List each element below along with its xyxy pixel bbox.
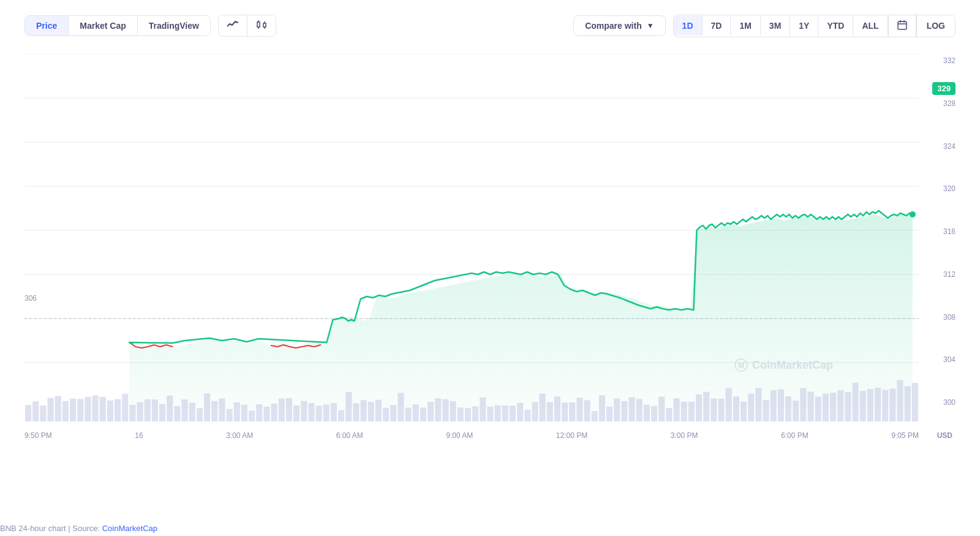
svg-rect-120 — [748, 394, 754, 421]
period-7d[interactable]: 7D — [703, 16, 731, 36]
svg-rect-23 — [25, 405, 31, 421]
svg-rect-101 — [606, 407, 612, 421]
tab-trading-view[interactable]: TradingView — [138, 16, 210, 36]
svg-rect-52 — [241, 404, 247, 421]
svg-rect-135 — [860, 391, 866, 421]
svg-rect-44 — [182, 399, 188, 421]
svg-rect-30 — [77, 399, 83, 421]
svg-rect-110 — [674, 398, 680, 421]
svg-rect-38 — [137, 402, 143, 421]
x-label-9pm2: 9:05 PM — [891, 431, 919, 440]
svg-rect-74 — [405, 407, 412, 421]
log-button[interactable]: LOG — [917, 16, 955, 36]
main-container: Price Market Cap TradingView — [0, 0, 980, 536]
svg-rect-26 — [48, 398, 54, 421]
period-ytd[interactable]: YTD — [818, 16, 853, 36]
svg-rect-139 — [889, 388, 895, 421]
svg-rect-40 — [152, 399, 158, 421]
svg-rect-60 — [301, 401, 307, 421]
x-label-12pm: 12:00 PM — [556, 431, 587, 440]
svg-rect-72 — [390, 405, 396, 421]
toolbar: Price Market Cap TradingView — [24, 12, 956, 39]
svg-rect-45 — [189, 402, 195, 421]
svg-rect-25 — [40, 406, 46, 421]
svg-rect-0 — [257, 22, 260, 27]
line-chart-icon[interactable] — [219, 15, 247, 36]
svg-rect-103 — [621, 401, 627, 421]
svg-rect-73 — [398, 393, 404, 421]
period-1d[interactable]: 1D — [674, 16, 703, 36]
svg-rect-104 — [629, 398, 635, 421]
svg-rect-132 — [837, 390, 843, 421]
period-3m[interactable]: 3M — [761, 16, 790, 36]
svg-rect-96 — [569, 402, 575, 421]
svg-rect-3 — [263, 23, 266, 27]
svg-rect-78 — [435, 398, 441, 421]
period-1y[interactable]: 1Y — [790, 16, 818, 36]
y-label-332: 332 — [943, 56, 956, 65]
open-price-label: 306 — [24, 294, 37, 303]
svg-rect-108 — [658, 397, 665, 421]
svg-rect-111 — [681, 402, 687, 421]
svg-rect-123 — [771, 390, 777, 421]
svg-rect-130 — [823, 394, 829, 421]
x-label-6am: 6:00 AM — [336, 431, 363, 440]
svg-rect-75 — [413, 404, 419, 421]
x-label-3am: 3:00 AM — [226, 431, 253, 440]
footer-link[interactable]: CoinMarketCap — [102, 524, 157, 533]
svg-rect-128 — [808, 391, 814, 421]
svg-rect-64 — [331, 403, 337, 421]
y-label-328: 328 — [943, 99, 956, 108]
svg-rect-84 — [480, 398, 486, 421]
watermark-text: CoinMarketCap — [752, 359, 833, 372]
x-label-9pm: 9:50 PM — [24, 431, 52, 440]
svg-rect-92 — [540, 394, 546, 421]
svg-rect-87 — [502, 406, 508, 421]
svg-rect-6 — [898, 21, 907, 29]
svg-rect-77 — [428, 402, 434, 421]
watermark: M CoinMarketCap — [734, 358, 833, 372]
svg-rect-86 — [495, 406, 501, 421]
svg-rect-47 — [204, 393, 210, 421]
x-axis: 9:50 PM 16 3:00 AM 6:00 AM 9:00 AM 12:00… — [24, 431, 919, 440]
y-label-312: 312 — [943, 270, 956, 279]
tab-price[interactable]: Price — [25, 16, 69, 36]
svg-rect-37 — [129, 405, 135, 421]
svg-rect-63 — [323, 404, 330, 421]
svg-rect-114 — [703, 392, 709, 421]
calendar-button[interactable] — [889, 15, 916, 37]
svg-rect-127 — [800, 388, 806, 421]
svg-rect-59 — [293, 406, 300, 421]
svg-rect-68 — [361, 400, 367, 421]
candlestick-icon[interactable] — [247, 15, 276, 36]
svg-rect-51 — [234, 402, 240, 421]
svg-rect-67 — [353, 403, 359, 421]
chart-area: 332 328 324 320 316 312 308 304 300 329 … — [24, 54, 956, 446]
tab-market-cap[interactable]: Market Cap — [69, 16, 137, 36]
svg-rect-126 — [793, 401, 799, 421]
svg-rect-33 — [100, 397, 106, 421]
current-price-dot — [910, 211, 916, 217]
svg-rect-131 — [830, 393, 836, 421]
period-1m[interactable]: 1M — [731, 16, 760, 36]
y-label-324: 324 — [943, 142, 956, 151]
svg-text:M: M — [738, 361, 744, 370]
compare-with-button[interactable]: Compare with ▼ — [573, 15, 665, 36]
y-label-308: 308 — [943, 313, 956, 322]
chart-footer: BNB 24-hour chart | Source: CoinMarketCa… — [0, 524, 157, 533]
period-all[interactable]: ALL — [853, 16, 888, 36]
svg-rect-117 — [726, 388, 732, 421]
svg-rect-81 — [458, 407, 464, 421]
svg-rect-55 — [263, 407, 270, 421]
x-label-16: 16 — [135, 431, 143, 440]
svg-rect-46 — [197, 408, 203, 421]
svg-rect-125 — [785, 396, 791, 421]
y-label-320: 320 — [943, 184, 956, 193]
svg-rect-76 — [420, 407, 426, 421]
currency-label: USD — [937, 431, 952, 440]
x-label-3pm: 3:00 PM — [671, 431, 698, 440]
y-axis: 332 328 324 320 316 312 308 304 300 — [922, 54, 956, 409]
y-label-300: 300 — [943, 398, 956, 407]
svg-rect-95 — [562, 402, 568, 421]
svg-rect-88 — [510, 406, 516, 421]
